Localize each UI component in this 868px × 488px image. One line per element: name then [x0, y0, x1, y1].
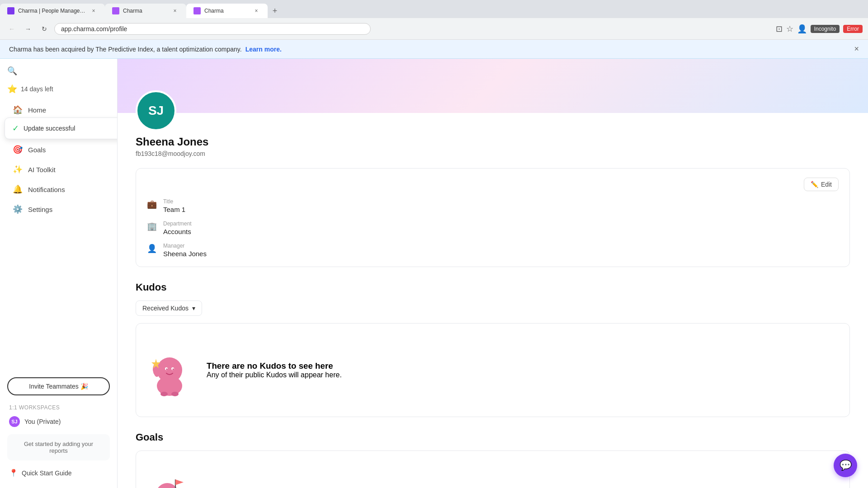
quick-start-icon: 📍 — [9, 469, 18, 477]
search-icon[interactable]: 🔍 — [7, 66, 17, 75]
sidebar-item-goals[interactable]: 🎯 Goals — [4, 140, 113, 159]
chat-icon: 💬 — [840, 460, 852, 471]
title-value: Team 1 — [163, 206, 185, 213]
profile-icon[interactable]: 👤 — [797, 24, 807, 34]
get-started-card[interactable]: Get started by adding your reports — [7, 434, 110, 460]
tab-1[interactable]: Charma | People Management ... × — [0, 4, 105, 18]
announcement-text: Charma has been acquired by The Predicti… — [9, 46, 242, 53]
tab-2[interactable]: Charma × — [105, 4, 186, 18]
url-bar[interactable]: app.charma.com/profile — [54, 23, 371, 35]
tab-1-close[interactable]: × — [90, 7, 98, 15]
goals-empty-state: There are no goals to see here Any of th… — [136, 450, 850, 488]
profile-field-manager: 👤 Manager Sheena Jones — [147, 243, 839, 258]
edit-icon: ✏️ — [811, 181, 818, 188]
trial-label: 14 days left — [21, 85, 53, 93]
title-info: Title Team 1 — [163, 198, 185, 213]
tab-1-label: Charma | People Management ... — [18, 8, 86, 14]
department-info: Department Accounts — [163, 221, 192, 235]
profile-field-department: 🏢 Department Accounts — [147, 221, 839, 235]
quick-start-guide[interactable]: 📍 Quick Start Guide — [0, 464, 117, 482]
toast-message: Update successful — [24, 125, 75, 132]
workspace-item-private[interactable]: SJ You (Private) — [0, 413, 117, 431]
announcement-banner: Charma has been acquired by The Predicti… — [0, 40, 868, 59]
toast-check-icon: ✓ — [12, 123, 19, 133]
department-icon: 🏢 — [147, 221, 157, 231]
sidebar-item-label-notifications: Notifications — [28, 186, 65, 193]
home-icon: 🏠 — [13, 105, 23, 115]
error-badge: Error — [843, 25, 863, 33]
toast-notification: ✓ Update successful × — [5, 117, 118, 139]
svg-point-1 — [157, 357, 182, 383]
tab-3-label: Charma — [204, 8, 224, 14]
profile-name: Sheena Jones — [136, 136, 850, 148]
browser-chrome: Charma | People Management ... × Charma … — [0, 0, 868, 40]
workspace-avatar: SJ — [9, 416, 20, 427]
kudos-filter-dropdown[interactable]: Received Kudos ▾ — [136, 300, 202, 316]
title-icon: 💼 — [147, 199, 157, 209]
tab-3[interactable]: Charma × — [186, 4, 268, 18]
notifications-icon: 🔔 — [13, 184, 23, 194]
kudos-empty-text: There are no Kudos to see here Any of th… — [207, 361, 342, 379]
tab-3-close[interactable]: × — [252, 7, 260, 15]
kudos-empty-desc: Any of their public Kudos will appear he… — [207, 371, 342, 379]
goals-icon: 🎯 — [13, 145, 23, 155]
tab-2-label: Charma — [123, 8, 142, 14]
forward-button[interactable]: → — [22, 23, 34, 35]
sidebar-item-home[interactable]: 🏠 Home — [4, 100, 113, 119]
chevron-down-icon: ▾ — [192, 305, 195, 312]
get-started-text: Get started by adding your reports — [24, 441, 93, 454]
announcement-close-button[interactable]: × — [854, 44, 859, 54]
cast-icon[interactable]: ⊡ — [776, 24, 783, 34]
title-label: Title — [163, 198, 185, 205]
bookmark-icon[interactable]: ☆ — [786, 24, 793, 34]
profile-header: SJ — [118, 59, 868, 113]
tab-2-favicon — [112, 7, 119, 14]
quick-start-label: Quick Start Guide — [22, 469, 72, 477]
sidebar-item-notifications[interactable]: 🔔 Notifications — [4, 180, 113, 199]
profile-fields: 💼 Title Team 1 🏢 Department Accounts 👤 — [147, 198, 839, 258]
back-button[interactable]: ← — [5, 23, 18, 35]
kudos-section: Kudos Received Kudos ▾ — [118, 282, 868, 417]
kudos-mascot-illustration — [147, 345, 192, 395]
goals-mascot-illustration — [147, 473, 188, 488]
workspaces-section-label: 1:1 Workspaces — [0, 401, 117, 413]
kudos-filter-label: Received Kudos — [142, 305, 189, 312]
url-text: app.charma.com/profile — [61, 25, 127, 33]
workspace-item-label: You (Private) — [24, 418, 61, 425]
manager-label: Manager — [163, 243, 207, 249]
ai-toolkit-icon: ✨ — [13, 164, 23, 174]
chat-button[interactable]: 💬 — [834, 454, 857, 477]
sidebar-item-label-goals: Goals — [28, 146, 46, 154]
svg-point-7 — [160, 392, 168, 396]
tab-2-close[interactable]: × — [171, 7, 179, 15]
sidebar-item-settings[interactable]: ⚙️ Settings — [4, 200, 113, 219]
edit-button[interactable]: ✏️ Edit — [804, 178, 839, 191]
manager-value: Sheena Jones — [163, 250, 207, 258]
incognito-badge: Incognito — [811, 25, 840, 33]
edit-label: Edit — [821, 181, 832, 188]
announcement-link[interactable]: Learn more. — [245, 46, 282, 53]
tab-bar: Charma | People Management ... × Charma … — [0, 0, 868, 18]
address-bar: ← → ↻ app.charma.com/profile ⊡ ☆ 👤 Incog… — [0, 18, 868, 40]
goals-section: Goals — [118, 432, 868, 488]
kudos-empty-title: There are no Kudos to see here — [207, 361, 342, 371]
manager-icon: 👤 — [147, 244, 157, 253]
profile-info: Sheena Jones fb193c18@moodjoy.com — [118, 113, 868, 168]
sidebar-item-label-settings: Settings — [28, 206, 52, 213]
manager-info: Manager Sheena Jones — [163, 243, 207, 258]
sidebar-item-label-home: Home — [28, 106, 46, 114]
new-tab-button[interactable]: + — [268, 4, 282, 18]
svg-point-4 — [166, 369, 168, 370]
svg-point-8 — [171, 392, 179, 396]
reload-button[interactable]: ↻ — [38, 23, 51, 35]
browser-actions: ⊡ ☆ 👤 Incognito Error — [776, 24, 863, 34]
trial-badge: ⭐ 14 days left — [0, 81, 117, 100]
department-value: Accounts — [163, 228, 192, 235]
tab-3-favicon — [193, 7, 201, 14]
department-label: Department — [163, 221, 192, 227]
invite-teammates-button[interactable]: Invite Teammates 🎉 — [7, 377, 110, 395]
profile-card: ✏️ Edit 💼 Title Team 1 🏢 Department A — [136, 168, 850, 267]
profile-avatar: SJ — [136, 90, 176, 131]
avatar-initials: SJ — [148, 103, 164, 118]
sidebar-item-ai-toolkit[interactable]: ✨ AI Toolkit — [4, 160, 113, 179]
